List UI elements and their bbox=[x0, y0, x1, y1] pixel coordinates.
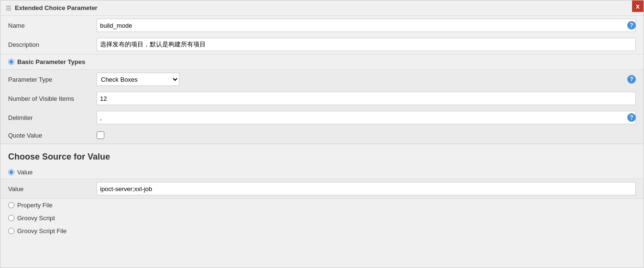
name-input[interactable] bbox=[97, 19, 636, 32]
choose-source-title: Choose Source for Value bbox=[0, 144, 644, 166]
value-input[interactable] bbox=[97, 182, 636, 195]
property-file-label[interactable]: Property File bbox=[17, 202, 53, 209]
choose-source-section: Choose Source for Value Value Value Prop… bbox=[0, 144, 644, 245]
quote-value-label: Quote Value bbox=[8, 132, 97, 139]
basic-param-types-radio[interactable] bbox=[8, 59, 14, 65]
description-row: Description bbox=[0, 35, 644, 54]
parameter-type-row: Parameter Type Check Boxes Radio Buttons… bbox=[0, 70, 644, 89]
dialog-header: Extended Choice Parameter x bbox=[0, 0, 644, 16]
groovy-script-radio-row: Groovy Script bbox=[0, 212, 644, 225]
quote-value-row: Quote Value bbox=[0, 127, 644, 143]
visible-items-row: Number of Visible Items bbox=[0, 89, 644, 108]
dialog-title: Extended Choice Parameter bbox=[15, 4, 98, 11]
name-label: Name bbox=[8, 22, 97, 29]
groovy-script-radio[interactable] bbox=[8, 215, 14, 221]
drag-handle-icon bbox=[6, 6, 11, 11]
property-file-radio[interactable] bbox=[8, 202, 14, 208]
groovy-script-label[interactable]: Groovy Script bbox=[17, 214, 55, 222]
value-input-row: Value bbox=[0, 179, 644, 198]
value-radio-row: Value bbox=[0, 166, 644, 179]
name-input-wrapper bbox=[97, 19, 636, 32]
groovy-script-file-label[interactable]: Groovy Script File bbox=[17, 227, 67, 235]
basic-param-types-label[interactable]: Basic Parameter Types bbox=[17, 58, 85, 65]
basic-param-types-radio-row: Basic Parameter Types bbox=[0, 54, 644, 69]
dialog-container: Extended Choice Parameter x Name ? Descr… bbox=[0, 0, 644, 268]
value-radio-label[interactable]: Value bbox=[17, 169, 33, 176]
description-label: Description bbox=[8, 41, 97, 48]
parameter-type-label: Parameter Type bbox=[8, 76, 97, 83]
parameter-type-help-icon[interactable]: ? bbox=[627, 75, 636, 84]
delimiter-input-wrapper bbox=[97, 111, 636, 124]
quote-value-checkbox[interactable] bbox=[97, 131, 104, 139]
close-button[interactable]: x bbox=[632, 0, 644, 12]
basic-params-subsection: Parameter Type Check Boxes Radio Buttons… bbox=[0, 69, 644, 144]
visible-items-input[interactable] bbox=[97, 92, 636, 105]
delimiter-label: Delimiter bbox=[8, 114, 97, 121]
name-help-icon[interactable]: ? bbox=[627, 21, 636, 30]
description-input[interactable] bbox=[97, 38, 636, 51]
delimiter-input[interactable] bbox=[97, 111, 636, 124]
value-radio[interactable] bbox=[8, 169, 14, 175]
property-file-radio-row: Property File bbox=[0, 199, 644, 212]
groovy-script-file-radio[interactable] bbox=[8, 228, 14, 234]
value-subsection: Value bbox=[0, 179, 644, 199]
parameter-type-select-wrapper: Check Boxes Radio Buttons Multi-Level Si… bbox=[97, 73, 636, 86]
groovy-script-file-radio-row: Groovy Script File bbox=[0, 225, 644, 237]
value-input-label: Value bbox=[8, 185, 97, 193]
parameter-type-select[interactable]: Check Boxes Radio Buttons Multi-Level Si… bbox=[97, 73, 179, 86]
visible-items-label: Number of Visible Items bbox=[8, 95, 97, 102]
delimiter-help-icon[interactable]: ? bbox=[627, 113, 636, 122]
name-row: Name ? bbox=[0, 16, 644, 35]
delimiter-row: Delimiter ? bbox=[0, 108, 644, 127]
